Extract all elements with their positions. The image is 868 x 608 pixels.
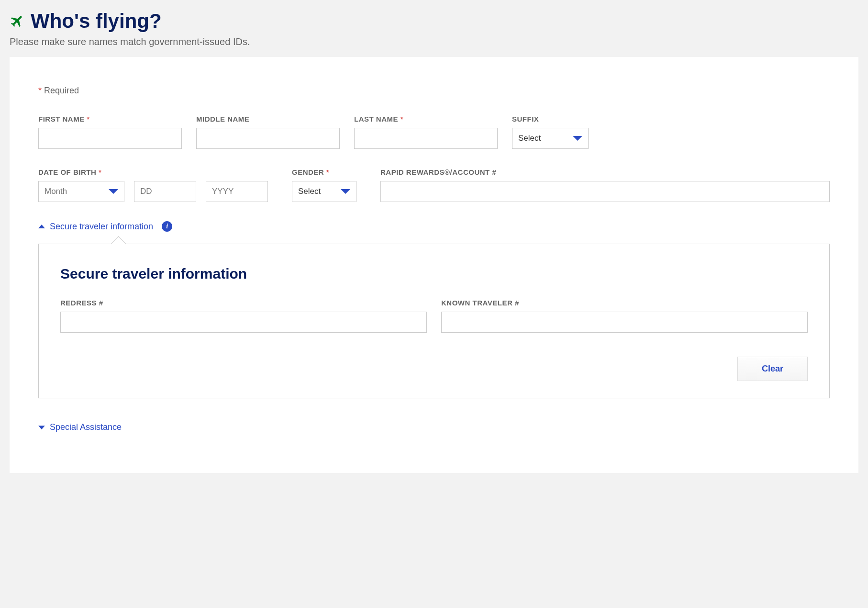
middle-name-input[interactable] <box>196 128 340 149</box>
dob-day-input[interactable] <box>134 181 196 202</box>
chevron-down-icon <box>38 426 45 429</box>
middle-name-label: MIDDLE NAME <box>196 115 340 123</box>
redress-label: REDRESS # <box>60 299 427 307</box>
first-name-label: FIRST NAME * <box>38 115 182 123</box>
secure-traveler-panel: Secure traveler information REDRESS # KN… <box>38 244 830 398</box>
suffix-select[interactable]: Select <box>512 128 589 149</box>
info-icon[interactable]: i <box>162 221 172 232</box>
clear-button[interactable]: Clear <box>737 357 808 381</box>
plane-icon <box>10 13 25 29</box>
dob-month-select[interactable]: Month <box>38 181 124 202</box>
chevron-down-icon <box>573 136 582 141</box>
required-note: * Required <box>38 86 830 96</box>
page-subtitle: Please make sure names match government-… <box>10 36 858 47</box>
special-assistance-toggle[interactable]: Special Assistance <box>38 422 830 432</box>
secure-panel-title: Secure traveler information <box>60 266 808 282</box>
rapid-rewards-input[interactable] <box>380 181 830 202</box>
chevron-down-icon <box>109 189 118 194</box>
chevron-up-icon <box>38 225 45 228</box>
secure-traveler-toggle[interactable]: Secure traveler information i <box>38 221 830 232</box>
dob-label: DATE OF BIRTH * <box>38 168 268 176</box>
redress-input[interactable] <box>60 312 427 333</box>
gender-select[interactable]: Select <box>292 181 356 202</box>
known-traveler-input[interactable] <box>441 312 808 333</box>
known-traveler-label: KNOWN TRAVELER # <box>441 299 808 307</box>
dob-year-input[interactable] <box>206 181 268 202</box>
rapid-rewards-label: RAPID REWARDS®/ACCOUNT # <box>380 168 830 176</box>
gender-label: GENDER * <box>292 168 356 176</box>
last-name-label: LAST NAME * <box>354 115 498 123</box>
last-name-input[interactable] <box>354 128 498 149</box>
page-title: Who's flying? <box>31 10 162 33</box>
chevron-down-icon <box>341 189 350 194</box>
suffix-label: SUFFIX <box>512 115 589 123</box>
first-name-input[interactable] <box>38 128 182 149</box>
